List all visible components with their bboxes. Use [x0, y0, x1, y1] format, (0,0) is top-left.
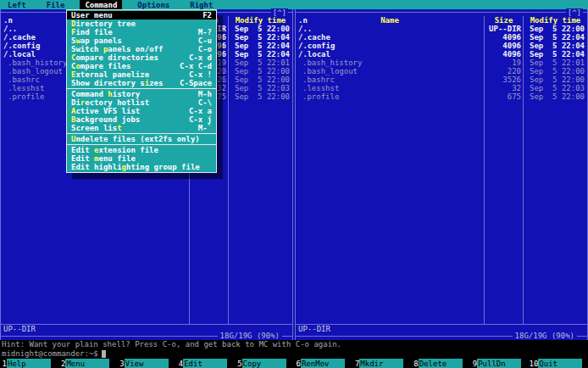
free-space-indicator: 18G/19G (90%): [513, 332, 577, 340]
menu-item-label: Find file: [71, 28, 198, 36]
menu-options[interactable]: Options: [132, 0, 175, 10]
menu-item-shortcut: C-x a: [189, 107, 212, 115]
menu-item-screen-list[interactable]: Screen list M-`: [67, 124, 216, 132]
menu-item-find-file[interactable]: Find file M-?: [67, 28, 216, 36]
menu-command[interactable]: Command: [80, 0, 122, 10]
menu-item-shortcut: C-x d: [189, 53, 212, 62]
fkey-edit[interactable]: 4 Edit: [176, 359, 235, 368]
right-panel-header: .n Name Size Modify time: [296, 16, 587, 25]
file-modify-time: Sep 5 22:00: [228, 67, 292, 75]
menu-item-edit-extension-file[interactable]: Edit extension file: [67, 146, 216, 154]
name-header-label: Name: [380, 16, 399, 25]
command-line[interactable]: midnight@commander:~$: [0, 349, 588, 359]
file-size: 675: [484, 92, 523, 101]
menu-item-switch-panels[interactable]: Switch panels on/off C-o: [67, 45, 216, 53]
name-column-header[interactable]: .n Name: [296, 16, 484, 25]
menu-item-directory-tree[interactable]: Directory tree: [67, 20, 216, 28]
file-row[interactable]: .profile 675 Sep 5 22:00: [296, 92, 587, 101]
empty-list-area: [296, 101, 587, 324]
mtime-column-header[interactable]: Modify time: [228, 16, 292, 25]
fkey-label: Copy: [242, 359, 286, 368]
menu-item-user-menu[interactable]: User menu F2: [67, 11, 216, 20]
fkey-copy[interactable]: 5 Copy: [236, 359, 294, 368]
menu-item-compare-files[interactable]: Compare files C-x C-d: [67, 62, 216, 70]
menu-item-compare-directories[interactable]: Compare directories C-x d: [67, 53, 216, 62]
file-row[interactable]: .bash_history 19 Sep 5 22:01: [296, 59, 587, 67]
file-name: /.config: [296, 42, 484, 50]
file-modify-time: Sep 5 22:00: [228, 75, 292, 84]
fkey-quit[interactable]: 10 Quit: [530, 359, 588, 368]
menu-item-background-jobs[interactable]: Background jobs C-x j: [67, 115, 216, 124]
file-name: .profile: [296, 92, 484, 101]
menu-item-external-panelize[interactable]: External panelize C-x !: [67, 70, 216, 79]
menu-item-edit-highlighting-group-file[interactable]: Edit highlighting group file: [67, 163, 216, 171]
menu-file[interactable]: File: [42, 0, 70, 10]
updir-button[interactable]: [^]: [566, 8, 583, 17]
file-modify-time: Sep 5 22:00: [228, 25, 292, 33]
fkey-renmov[interactable]: 6 RenMov: [294, 359, 352, 368]
menu-right[interactable]: Right: [185, 0, 218, 10]
fkey-number: 8: [412, 359, 419, 368]
mtime-column-header[interactable]: Modify time: [523, 16, 587, 25]
file-size: 32: [484, 84, 523, 92]
file-name: /.local: [296, 50, 484, 59]
file-row[interactable]: /.cache 4096 Sep 5 22:04: [296, 33, 587, 42]
menu-left[interactable]: Left: [3, 0, 31, 10]
fkey-help[interactable]: 1 Help: [0, 359, 58, 368]
menu-item-label: Show directory sizes: [71, 79, 180, 87]
file-name: .bash_history: [296, 59, 484, 67]
file-row[interactable]: /.config 4096 Sep 5 22:04: [296, 42, 587, 50]
menu-item-shortcut: C-x C-d: [180, 62, 212, 70]
menu-bar: Left File Command Options Right: [0, 0, 588, 9]
updir-button[interactable]: [^]: [271, 8, 288, 17]
fkey-number: 9: [470, 359, 477, 368]
menu-item-swap-panels[interactable]: Swap panels C-u: [67, 36, 216, 45]
fkey-mkdir[interactable]: 7 Mkdir: [352, 359, 411, 368]
file-modify-time: Sep 5 22:04: [523, 50, 587, 59]
menu-item-active-vfs-list[interactable]: Active VFS list C-x a: [67, 107, 216, 115]
command-menu-dropdown: User menu F2 Directory tree Find file M-…: [66, 9, 217, 173]
file-row[interactable]: /.. UP--DIR Sep 5 22:00: [296, 25, 587, 33]
menu-group: User menu F2 Directory tree Find file M-…: [67, 10, 216, 88]
menu-item-label: Background jobs: [71, 115, 189, 124]
file-modify-time: Sep 5 22:00: [523, 67, 587, 75]
file-row[interactable]: /.local 4096 Sep 5 22:04: [296, 50, 587, 59]
file-name: .lesshst: [296, 84, 484, 92]
file-name: .bashrc: [296, 75, 484, 84]
sort-indicator: .n: [298, 16, 308, 25]
fkey-label: Delete: [419, 359, 463, 368]
fkey-delete[interactable]: 8 Delete: [412, 359, 470, 368]
text-cursor: [102, 350, 106, 358]
fkey-menu[interactable]: 2 Menu: [58, 359, 117, 368]
menu-item-directory-hotlist[interactable]: Directory hotlist C-\: [67, 98, 216, 107]
menu-item-shortcut: M-h: [198, 90, 212, 98]
menu-item-label: Screen list: [71, 124, 198, 132]
menu-item-shortcut: F2: [202, 11, 212, 20]
menu-item-label: Directory tree: [71, 20, 212, 28]
fkey-label: Mkdir: [359, 359, 403, 368]
file-row[interactable]: .bash_logout 220 Sep 5 22:00: [296, 67, 587, 75]
file-size: UP--DIR: [484, 25, 523, 33]
menu-item-shortcut: M-`: [198, 124, 212, 132]
file-modify-time: Sep 5 22:00: [228, 92, 292, 101]
size-column-header[interactable]: Size: [484, 16, 523, 25]
menu-item-label: User menu: [71, 11, 202, 20]
fkey-number: 10: [530, 359, 539, 368]
menu-item-label: Active VFS list: [71, 107, 189, 115]
menu-item-undelete-files[interactable]: Undelete files (ext2fs only): [67, 135, 216, 143]
fkey-number: 6: [294, 359, 301, 368]
menu-item-shortcut: C-x j: [189, 115, 212, 124]
menu-item-shortcut: C-\: [198, 98, 212, 107]
menu-item-edit-menu-file[interactable]: Edit menu file: [67, 154, 216, 163]
right-panel: [^] .n Name Size Modify time /.. UP--DIR…: [295, 9, 588, 340]
menu-item-show-directory-sizes[interactable]: Show directory sizes C-Space: [67, 79, 216, 87]
file-row[interactable]: .lesshst 32 Sep 5 22:03: [296, 84, 587, 92]
fkey-view[interactable]: 3 View: [118, 359, 176, 368]
file-row[interactable]: .bashrc 3526 Sep 5 22:00: [296, 75, 587, 84]
file-size: 19: [484, 59, 523, 67]
fkey-pulldn[interactable]: 9 PullDn: [470, 359, 529, 368]
function-key-bar: 1 Help 2 Menu 3 View 4 Edit 5 Copy 6 Ren…: [0, 359, 588, 368]
menu-group: Edit extension file Edit menu file Edit …: [67, 144, 216, 172]
menu-group: Command history M-h Directory hotlist C-…: [67, 88, 216, 133]
menu-item-command-history[interactable]: Command history M-h: [67, 90, 216, 98]
